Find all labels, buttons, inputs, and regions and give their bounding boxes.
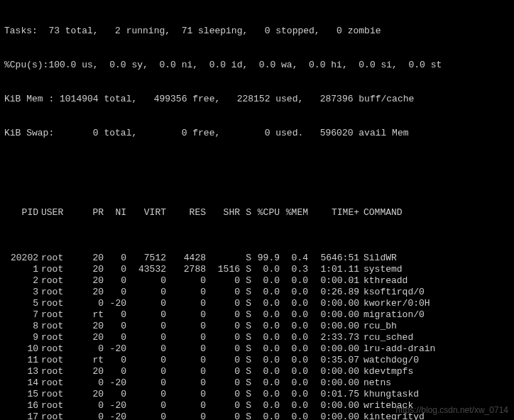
table-row[interactable]: 8root200000S0.00.00:00.00rcu_bh	[4, 321, 510, 332]
cell-s: S	[240, 400, 251, 411]
cell-shr: 0	[206, 366, 240, 377]
cell-shr: 0	[206, 321, 240, 332]
cell-ni: 0	[104, 287, 126, 298]
cell-pid: 10	[4, 343, 38, 355]
table-row[interactable]: 17root0-20000S0.00.00:00.00kintegrityd	[4, 411, 510, 420]
swap-summary: KiB Swap: 0 total, 0 free, 0 used. 59602…	[4, 128, 510, 139]
cell-mem: 0.0	[280, 298, 308, 309]
cell-mem: 0.0	[280, 400, 308, 411]
cell-pr: 0	[81, 377, 104, 389]
cell-res: 0	[166, 377, 206, 389]
terminal-top-output[interactable]: Tasks: 73 total, 2 running, 71 sleeping,…	[0, 0, 514, 420]
cell-pid: 5	[4, 298, 38, 309]
cell-user: root	[38, 377, 81, 389]
cell-cpu: 0.0	[251, 366, 280, 377]
cell-cmd: writeback	[359, 400, 510, 411]
table-row[interactable]: 1root2004353227881516S0.00.31:01.11syste…	[4, 264, 510, 275]
cell-shr: 0	[206, 343, 240, 355]
cell-shr: 0	[206, 309, 240, 321]
cell-virt: 0	[126, 411, 166, 420]
cell-s: S	[240, 321, 251, 332]
cell-pr: rt	[81, 309, 104, 321]
cell-ni: 0	[104, 253, 126, 264]
cell-res: 0	[166, 366, 206, 377]
col-time: TIME+	[308, 207, 359, 219]
cell-pid: 17	[4, 411, 38, 420]
cell-user: root	[38, 321, 81, 332]
cell-s: S	[240, 332, 251, 343]
cell-time: 0:00.00	[308, 366, 359, 377]
cell-cpu: 0.0	[251, 321, 280, 332]
col-virt: VIRT	[126, 207, 166, 219]
cell-user: root	[38, 343, 81, 355]
cell-shr: 0	[206, 332, 240, 343]
cell-user: root	[38, 264, 81, 275]
cell-res: 0	[166, 343, 206, 355]
table-row[interactable]: 14root0-20000S0.00.00:00.00netns	[4, 377, 510, 389]
table-row[interactable]: 5root0-20000S0.00.00:00.00kworker/0:0H	[4, 298, 510, 309]
cell-ni: -20	[104, 411, 126, 420]
table-row[interactable]: 10root0-20000S0.00.00:00.00lru-add-drain	[4, 343, 510, 355]
col-shr: SHR	[206, 207, 240, 219]
cell-cmd: lru-add-drain	[359, 343, 510, 355]
cell-pid: 15	[4, 389, 38, 400]
cell-s: S	[240, 377, 251, 389]
cell-cmd: kworker/0:0H	[359, 298, 510, 309]
cell-virt: 0	[126, 377, 166, 389]
cell-virt: 43532	[126, 264, 166, 275]
cell-cpu: 0.0	[251, 343, 280, 355]
cell-virt: 0	[126, 400, 166, 411]
cell-time: 0:26.89	[308, 287, 359, 298]
cell-ni: 0	[104, 389, 126, 400]
cell-pr: 20	[81, 253, 104, 264]
cell-shr: 0	[206, 287, 240, 298]
cell-shr: 0	[206, 355, 240, 366]
cell-res: 0	[166, 332, 206, 343]
cell-shr	[206, 253, 240, 264]
cell-pid: 13	[4, 366, 38, 377]
cell-virt: 0	[126, 389, 166, 400]
cell-virt: 0	[126, 309, 166, 321]
cell-res: 2788	[166, 264, 206, 275]
cell-user: root	[38, 309, 81, 321]
table-row[interactable]: 11rootrt0000S0.00.00:35.07watchdog/0	[4, 355, 510, 366]
cell-cmd: systemd	[359, 264, 510, 275]
table-row[interactable]: 7rootrt0000S0.00.00:00.00migration/0	[4, 309, 510, 321]
cell-mem: 0.0	[280, 411, 308, 420]
cell-ni: 0	[104, 309, 126, 321]
cell-ni: 0	[104, 366, 126, 377]
col-pr: PR	[81, 207, 104, 219]
cell-res: 0	[166, 287, 206, 298]
cell-time: 0:00.01	[308, 275, 359, 287]
table-row[interactable]: 9root200000S0.00.02:33.73rcu_sched	[4, 332, 510, 343]
cell-cmd: migration/0	[359, 309, 510, 321]
table-row[interactable]: 13root200000S0.00.00:00.00kdevtmpfs	[4, 366, 510, 377]
cell-user: root	[38, 275, 81, 287]
cell-user: root	[38, 355, 81, 366]
cell-res: 4428	[166, 253, 206, 264]
table-row[interactable]: 15root200000S0.00.00:01.75khungtaskd	[4, 389, 510, 400]
cell-cpu: 0.0	[251, 298, 280, 309]
cell-pr: 0	[81, 298, 104, 309]
cell-res: 0	[166, 275, 206, 287]
cell-mem: 0.0	[280, 321, 308, 332]
table-row[interactable]: 16root0-20000S0.00.00:00.00writeback	[4, 400, 510, 411]
cell-pid: 9	[4, 332, 38, 343]
cell-cpu: 0.0	[251, 355, 280, 366]
cell-shr: 0	[206, 275, 240, 287]
cell-cmd: watchdog/0	[359, 355, 510, 366]
table-row[interactable]: 20202root20075124428S99.90.45646:51SildW…	[4, 253, 510, 264]
col-cpu: %CPU	[251, 207, 280, 219]
cell-user: root	[38, 389, 81, 400]
table-row[interactable]: 2root200000S0.00.00:00.01kthreadd	[4, 275, 510, 287]
cell-pr: 20	[81, 275, 104, 287]
cell-pr: 20	[81, 321, 104, 332]
table-row[interactable]: 3root200000S0.00.00:26.89ksoftirqd/0	[4, 287, 510, 298]
cell-pid: 11	[4, 355, 38, 366]
col-mem: %MEM	[280, 207, 308, 219]
cell-pr: rt	[81, 355, 104, 366]
cell-virt: 0	[126, 287, 166, 298]
cell-mem: 0.0	[280, 355, 308, 366]
cell-user: root	[38, 411, 81, 420]
cell-mem: 0.0	[280, 287, 308, 298]
